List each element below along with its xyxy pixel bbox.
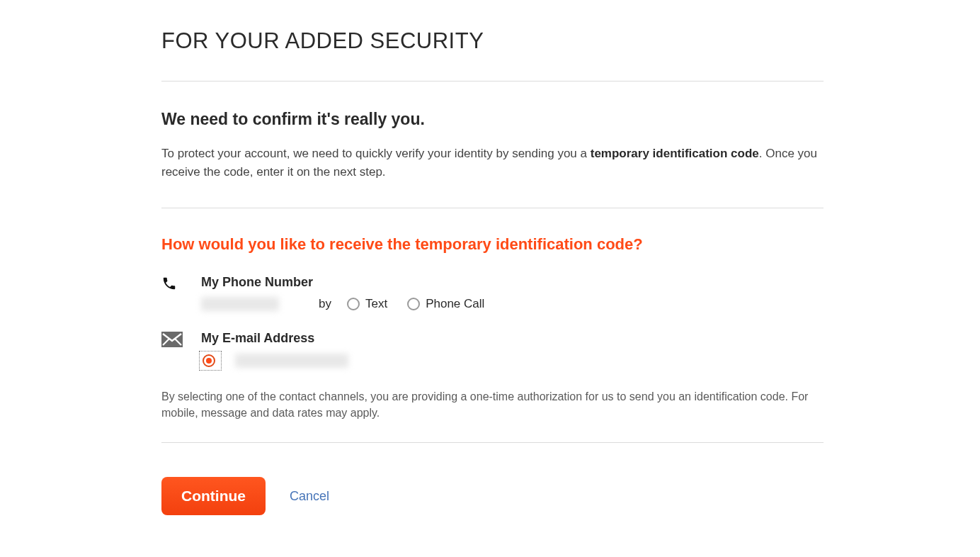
email-option-body: My E-mail Address: [201, 331, 824, 368]
email-label: My E-mail Address: [201, 331, 824, 346]
svg-rect-0: [161, 332, 183, 347]
confirm-heading: We need to confirm it's really you.: [161, 110, 824, 129]
divider: [161, 208, 824, 208]
desc-text-strong: temporary identification code: [591, 147, 759, 160]
email-value-row: [201, 353, 824, 368]
actions-row: Continue Cancel: [161, 443, 824, 515]
phone-option-row: My Phone Number by Text Phone Call: [161, 275, 824, 311]
radio-icon: [407, 298, 420, 310]
email-option-row: My E-mail Address: [161, 331, 824, 368]
radio-icon: [347, 298, 360, 310]
page-title: FOR YOUR ADDED SECURITY: [161, 28, 824, 54]
email-address-masked: [235, 354, 348, 368]
delivery-question: How would you like to receive the tempor…: [161, 235, 824, 254]
radio-icon: [203, 354, 215, 367]
radio-phone-call[interactable]: Phone Call: [407, 297, 484, 311]
phone-icon: [161, 275, 201, 291]
mail-icon: [161, 331, 201, 347]
continue-button[interactable]: Continue: [161, 477, 266, 515]
phone-label: My Phone Number: [201, 275, 824, 290]
intro-description: To protect your account, we need to quic…: [161, 145, 824, 182]
radio-text-label: Text: [365, 297, 387, 311]
security-verification-panel: FOR YOUR ADDED SECURITY We need to confi…: [161, 28, 824, 515]
phone-value-row: by Text Phone Call: [201, 297, 824, 311]
intro-section: We need to confirm it's really you. To p…: [161, 81, 824, 208]
phone-option-body: My Phone Number by Text Phone Call: [201, 275, 824, 311]
cancel-button[interactable]: Cancel: [290, 489, 329, 504]
radio-call-label: Phone Call: [426, 297, 484, 311]
delivery-options-section: How would you like to receive the tempor…: [161, 235, 824, 421]
disclaimer-text: By selecting one of the contact channels…: [161, 388, 824, 421]
radio-text[interactable]: Text: [347, 297, 387, 311]
desc-text-part1: To protect your account, we need to quic…: [161, 147, 591, 160]
phone-number-masked: [201, 297, 279, 311]
by-label: by: [319, 297, 331, 311]
radio-email[interactable]: [201, 353, 220, 368]
